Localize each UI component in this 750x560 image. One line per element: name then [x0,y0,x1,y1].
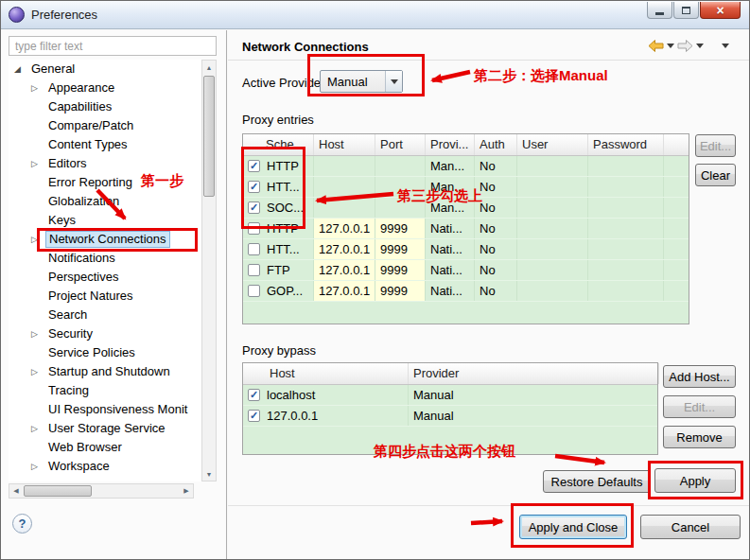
proxy-bypass-checkbox-checked[interactable]: ✓ [248,389,260,401]
tree-item-content-types[interactable]: Content Types [9,135,201,154]
cell-schema-text: FTP [267,263,290,277]
proxy-entry-checkbox-checked[interactable]: ✓ [248,201,260,214]
vertical-scroll-thumb[interactable] [203,76,215,197]
close-button[interactable]: × [700,2,741,19]
tree-item-project-natures[interactable]: Project Natures [9,287,201,306]
cell-password [588,219,664,238]
tree-collapsed-icon[interactable]: ▷ [31,457,45,476]
header-separator [228,60,750,61]
tree-item-label: General [28,60,78,79]
tree-item-editors[interactable]: ▷Editors [9,154,201,173]
column-header-host[interactable]: Host [243,363,409,384]
forward-icon[interactable] [677,40,693,52]
cell-port: 9999 [375,239,426,259]
proxy-entry-row-1[interactable]: ✓HTTPMan...No [243,156,689,177]
proxy-bypass-edit-button[interactable]: Edit... [663,395,736,418]
tree-horizontal-scrollbar[interactable]: ◀ ▶ [9,483,194,499]
minimize-button[interactable] [647,2,672,19]
active-provider-label: Active Provider: [242,76,328,90]
proxy-entries-edit-button[interactable]: Edit... [695,134,736,157]
cell-filler [664,239,689,259]
tree-item-tracing[interactable]: Tracing [9,381,201,400]
tree-item-workspace[interactable]: ▷Workspace [9,457,201,476]
forward-menu-icon[interactable] [696,44,704,48]
cell-provider: Manual [409,385,657,405]
titlebar[interactable]: Preferences [1,1,749,29]
scroll-left-icon[interactable]: ◀ [9,484,23,498]
scroll-down-icon[interactable]: ▼ [202,467,216,481]
tree-item-appearance[interactable]: ▷Appearance [9,79,201,97]
proxy-bypass-row-1[interactable]: ✓localhostManual [243,385,657,406]
scroll-up-icon[interactable]: ▲ [202,61,216,74]
proxy-entry-row-7[interactable]: GOP...127.0.0.19999Nati...No [243,281,689,302]
proxy-entries-label: Proxy entries [242,113,314,127]
maximize-button[interactable] [673,2,699,19]
tree-item-security[interactable]: ▷Security [9,324,201,343]
proxy-entry-row-6[interactable]: FTP127.0.0.19999Nati...No [243,260,689,281]
proxy-entry-row-3[interactable]: ✓SOC...Man...No [243,198,689,219]
remove-button[interactable]: Remove [663,426,736,448]
tree-item-capabilities[interactable]: Capabilities [9,97,201,116]
column-header-password[interactable]: Password [588,134,664,155]
tree-item-network-connections[interactable]: ▷Network Connections [9,230,201,249]
column-header-auth[interactable]: Auth [475,134,517,155]
apply-button[interactable]: Apply [654,468,736,493]
tree-item-label: Notifications [45,249,118,268]
filter-input[interactable] [9,36,217,56]
cell-schema: ✓HTTP [243,156,314,176]
proxy-entry-checkbox-checked[interactable]: ✓ [248,181,260,193]
tree-item-keys[interactable]: Keys [9,211,201,230]
chevron-down-icon[interactable] [385,71,402,92]
column-header-provi[interactable]: Provi... [426,134,475,155]
column-header-provider[interactable]: Provider [409,363,659,384]
apply-and-close-button[interactable]: Apply and Close [519,515,627,539]
tree-item-ui-responsiveness-monit[interactable]: UI Responsiveness Monit [9,400,201,419]
restore-defaults-button[interactable]: Restore Defaults [543,470,651,493]
tree-vertical-scrollbar[interactable]: ▲ ▼ [201,60,217,481]
cancel-button[interactable]: Cancel [640,515,741,539]
column-header-port[interactable]: Port [375,134,426,155]
proxy-bypass-checkbox-checked[interactable]: ✓ [248,410,260,422]
column-header-host[interactable]: Host [314,134,375,155]
tree-item-compare-patch[interactable]: Compare/Patch [9,116,201,135]
tree-collapsed-icon[interactable]: ▷ [31,419,45,438]
help-button[interactable]: ? [12,514,32,534]
column-header-user[interactable]: User [517,134,588,155]
proxy-entry-checkbox-unchecked[interactable] [248,285,260,297]
proxy-entry-checkbox-unchecked[interactable] [248,243,260,255]
back-icon[interactable] [648,40,664,52]
tree-collapsed-icon[interactable]: ▷ [31,324,45,343]
tree-item-error-reporting[interactable]: Error Reporting [9,173,201,192]
tree-item-globalization[interactable]: Globalization [9,192,201,211]
proxy-entry-checkbox-checked[interactable]: ✓ [248,160,260,172]
proxy-entry-row-5[interactable]: HTT...127.0.0.19999Nati...No [243,239,689,260]
tree-item-user-storage-service[interactable]: ▷User Storage Service [9,419,201,438]
tree-collapsed-icon[interactable]: ▷ [31,79,45,97]
proxy-entry-row-4[interactable]: HTTP127.0.0.19999Nati...No [243,219,689,239]
maximize-icon [682,7,690,14]
tree-collapsed-icon[interactable]: ▷ [31,230,45,249]
active-provider-select[interactable]: Manual [320,70,403,93]
tree-collapsed-icon[interactable]: ▷ [31,362,45,381]
tree-item-startup-and-shutdown[interactable]: ▷Startup and Shutdown [9,362,201,381]
tree-expanded-icon[interactable]: ◢ [14,60,28,79]
proxy-entry-checkbox-unchecked[interactable] [248,222,260,235]
view-menu-icon[interactable] [722,44,729,48]
cell-host: 127.0.0.1 [314,219,375,238]
proxy-entries-clear-button[interactable]: Clear [695,164,736,186]
tree-item-general[interactable]: ◢General [9,60,201,79]
scroll-right-icon[interactable]: ▶ [180,484,193,498]
column-header-sche[interactable]: Sche... [243,134,314,155]
proxy-entry-checkbox-unchecked[interactable] [248,264,260,276]
horizontal-scroll-thumb[interactable] [24,485,92,497]
proxy-entry-row-2[interactable]: ✓HTT...Man...No [243,177,689,198]
tree-item-search[interactable]: Search [9,306,201,324]
tree-item-web-browser[interactable]: Web Browser [9,438,201,457]
back-menu-icon[interactable] [667,44,674,48]
tree-item-perspectives[interactable]: Perspectives [9,268,201,287]
proxy-bypass-row-2[interactable]: ✓127.0.0.1Manual [243,406,657,427]
tree-item-notifications[interactable]: Notifications [9,249,201,268]
add-host-button[interactable]: Add Host... [663,365,736,388]
tree-collapsed-icon[interactable]: ▷ [31,154,45,173]
tree-item-service-policies[interactable]: Service Policies [9,343,201,362]
